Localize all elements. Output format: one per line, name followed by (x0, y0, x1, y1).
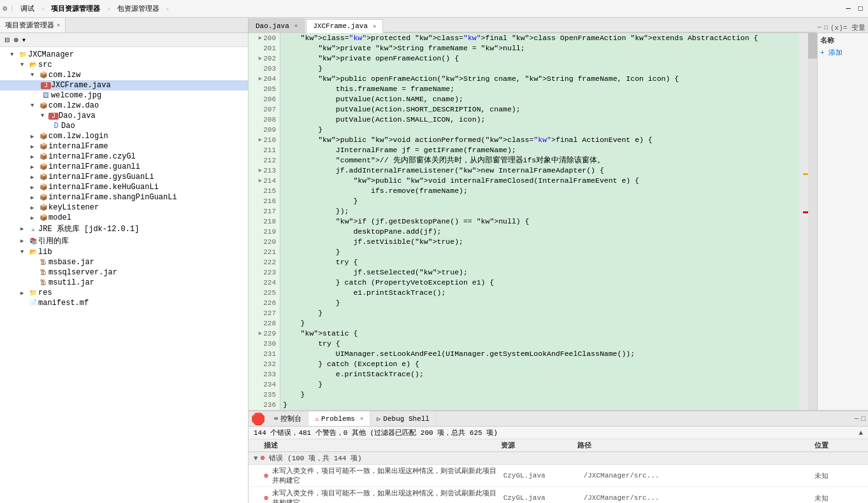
link-editor-btn[interactable]: ⊕ (11, 36, 20, 44)
tree-item-jre[interactable]: ▶ ☕ JRE 系统库 [jdk-12.0.1] (0, 223, 248, 235)
bottom-tab-console[interactable]: ⌨ 控制台 (268, 411, 308, 426)
code-line-206[interactable]: putValue(Action.NAME, cname); (280, 94, 799, 104)
tree-item-internalframe-kehuguanli[interactable]: ▶ 📦 internalFrame.keHuGuanLi (0, 182, 248, 192)
code-line-208[interactable]: putValue(Action.SMALL_ICON, icon); (280, 115, 799, 125)
toolbar-restore[interactable]: □ (856, 3, 865, 15)
tree-item-welcome[interactable]: 🖼 welcome.jpg (0, 90, 248, 101)
scrollbar-thumb[interactable] (808, 33, 817, 59)
editor-scrollbar[interactable] (808, 33, 817, 410)
code-line-203[interactable]: } (280, 64, 799, 74)
problem-row-0[interactable]: ⊗ 未写入类文件，项目可能不一致，如果出现这种情况，则尝试刷新此项目并构建它 C… (249, 465, 868, 487)
code-line-225[interactable]: e1.printStackTrace(); (280, 288, 799, 298)
code-content[interactable]: "kw">class="kw">protected "kw">class="kw… (280, 33, 799, 410)
arrow-internalframe-czygl: ▶ (31, 153, 38, 160)
problems-indicator-arrow[interactable]: 🛑 (249, 412, 268, 426)
code-line-210[interactable]: "kw">public "kw">void actionPerformed("k… (280, 135, 799, 145)
code-line-221[interactable]: } (280, 247, 799, 257)
tree-item-com-lzw[interactable]: ▼ 📦 com.lzw (0, 70, 248, 80)
code-line-236[interactable]: } (280, 400, 799, 410)
code-line-224[interactable]: } catch (PropertyVetoException e1) { (280, 278, 799, 288)
jar-icon-mssqlserver: 🗜 (38, 269, 48, 276)
code-line-219[interactable]: desktopPane.add(jf); (280, 227, 799, 237)
collapse-all-btn[interactable]: ⊟ (3, 36, 11, 44)
editor-tab-dao-close[interactable]: ✕ (294, 22, 298, 29)
add-variable-btn[interactable]: + 添加 (820, 48, 865, 57)
code-line-235[interactable]: } (280, 390, 799, 400)
tree-item-src[interactable]: ▼ 📂 src (0, 60, 248, 70)
tree-item-lib[interactable]: ▼ 📂 lib (0, 247, 248, 257)
line-number-232: 232 (249, 359, 280, 369)
code-line-200[interactable]: "kw">class="kw">protected "kw">class="kw… (280, 33, 799, 43)
tree-item-jxcmanager[interactable]: ▼ 📁 JXCManager (0, 50, 248, 60)
view-menu-btn[interactable]: ▾ (20, 36, 27, 44)
bottom-minimize-btn[interactable]: ─ (855, 415, 859, 423)
errors-expand-icon[interactable]: ▼ (254, 455, 258, 462)
tree-item-com-lzw-login[interactable]: ▶ 📦 com.lzw.login (0, 131, 248, 141)
toolbar-package-tab[interactable]: 包资源管理器 (113, 3, 163, 15)
code-line-232[interactable]: } catch (Exception e) { (280, 359, 799, 369)
code-line-215[interactable]: ifs.remove(frameName); (280, 186, 799, 196)
bottom-tab-problems-close[interactable]: ✕ (360, 415, 363, 422)
tree-item-internalframe-guanli[interactable]: ▶ 📦 internalFrame.guanli (0, 162, 248, 172)
editor-tab-dao[interactable]: Dao.java ✕ (249, 18, 305, 32)
tree-item-internalframe[interactable]: ▶ 📦 internalFrame (0, 141, 248, 152)
line-number-212: 212 (249, 155, 280, 166)
code-line-214[interactable]: "kw">public "kw">void internalFrameClose… (280, 176, 799, 186)
code-line-205[interactable]: this.frameName = frameName; (280, 84, 799, 94)
tree-item-model[interactable]: ▶ 📦 model (0, 213, 248, 223)
tree-item-referenced[interactable]: ▶ 📚 引用的库 (0, 235, 248, 247)
code-line-223[interactable]: jf.setSelected("kw">true); (280, 267, 799, 278)
code-line-234[interactable]: } (280, 379, 799, 390)
code-line-202[interactable]: "kw">private openFrameAction() { (280, 53, 799, 64)
tree-item-internalframe-shangpinguanli[interactable]: ▶ 📦 internalFrame.shangPinGuanLi (0, 192, 248, 202)
code-line-228[interactable]: } (280, 318, 799, 329)
filter-toggle[interactable]: ▲ (858, 429, 863, 437)
tree-item-com-lzw-dao[interactable]: ▼ 📦 com.lzw.dao (0, 101, 248, 111)
code-line-222[interactable]: try { (280, 257, 799, 267)
editor-tab-jxcframe-close[interactable]: ✕ (373, 23, 376, 30)
code-line-231[interactable]: UIManager.setLookAndFeel(UIManager.getSy… (280, 349, 799, 359)
code-line-227[interactable]: } (280, 308, 799, 318)
code-line-204[interactable]: "kw">public openFrameAction("kw">String … (280, 74, 799, 84)
tree-item-res[interactable]: ▶ 📁 res (0, 288, 248, 298)
tab-project-explorer-close[interactable]: ✕ (57, 22, 60, 29)
tree-item-keylistener[interactable]: ▶ 📦 keyListener (0, 202, 248, 213)
bottom-maximize-btn[interactable]: □ (861, 415, 865, 423)
code-line-212[interactable]: "comment">// 先内部窗体关闭共时，从内部窗管理器ifs对象中清除该窗… (280, 155, 799, 166)
code-line-216[interactable]: } (280, 196, 799, 206)
errors-section-header[interactable]: ▼ ⊗ 错误 (100 项，共 144 项) (249, 452, 868, 465)
tree-item-internalframe-gysguanli[interactable]: ▶ 📦 internalFrame.gysGuanLi (0, 172, 248, 182)
tree-item-manifest[interactable]: 📄 manifest.mf (0, 298, 248, 308)
tree-item-msbase[interactable]: 🗜 msbase.jar (0, 257, 248, 267)
tree-item-msutil[interactable]: 🗜 msutil.jar (0, 278, 248, 288)
bottom-tab-debug[interactable]: ▷ Debug Shell (370, 411, 437, 426)
code-line-230[interactable]: try { (280, 339, 799, 349)
editor-restore-btn[interactable]: □ (824, 24, 828, 31)
code-line-229[interactable]: "kw">static { (280, 329, 799, 339)
line-number-214: ▶214 (249, 176, 280, 186)
line-marker-204: ▶ (257, 74, 262, 84)
tree-item-jxcframe[interactable]: J JXCFrame.java (0, 80, 248, 90)
code-line-233[interactable]: e.printStackTrace(); (280, 369, 799, 379)
code-line-213[interactable]: jf.addInternalFrameListener("kw">new Int… (280, 166, 799, 176)
toolbar-minimize[interactable]: ─ (844, 3, 853, 15)
tree-item-mssqlserver[interactable]: 🗜 mssqlserver.jar (0, 267, 248, 278)
code-line-209[interactable]: } (280, 125, 799, 135)
code-line-218[interactable]: "kw">if (jf.getDesktopPane() == "kw">nul… (280, 216, 799, 227)
code-line-201[interactable]: "kw">private "kw">String frameName = "kw… (280, 43, 799, 53)
code-line-226[interactable]: } (280, 298, 799, 308)
code-line-207[interactable]: putValue(Action.SHORT_DESCRIPTION, cname… (280, 104, 799, 115)
code-line-211[interactable]: JInternalFrame jf = getIFrame(frameName)… (280, 145, 799, 155)
editor-minimize-btn[interactable]: ─ (818, 24, 821, 31)
toolbar-debug-tab[interactable]: 调试 (17, 3, 38, 15)
editor-tab-jxcframe[interactable]: JXCFrame.java ✕ (306, 19, 383, 33)
code-line-220[interactable]: jf.setVisible("kw">true); (280, 237, 799, 247)
tree-item-dao-class[interactable]: D Dao (0, 121, 248, 131)
toolbar-explorer-tab[interactable]: 项目资源管理器 (47, 3, 104, 15)
tree-item-internalframe-czygl[interactable]: ▶ 📦 internalFrame.czyGl (0, 152, 248, 162)
code-line-217[interactable]: }); (280, 206, 799, 216)
problem-row-1[interactable]: ⊗ 未写入类文件，项目可能不一致，如果出现这种情况，则尝试刷新此项目并构建它 C… (249, 487, 868, 503)
tree-item-dao-java[interactable]: ▼ J Dao.java (0, 111, 248, 121)
bottom-tab-problems[interactable]: ⚠ Problems ✕ (308, 411, 370, 426)
tab-project-explorer[interactable]: 项目资源管理器 ✕ (0, 18, 66, 32)
